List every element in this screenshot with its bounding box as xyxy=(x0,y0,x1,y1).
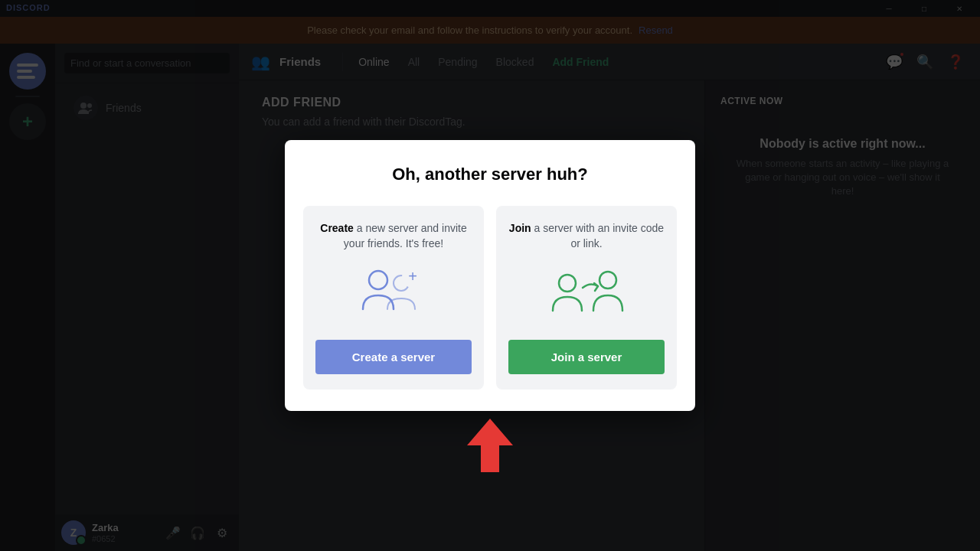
svg-text:+: + xyxy=(408,268,417,285)
modal-overlay[interactable]: Oh, another server huh? Create a new ser… xyxy=(0,0,980,551)
join-server-button[interactable]: Join a server xyxy=(508,340,665,374)
add-server-modal: Oh, another server huh? Create a new ser… xyxy=(285,140,695,411)
create-server-button[interactable]: Create a server xyxy=(315,340,472,374)
join-server-option: Join a server with an invite code or lin… xyxy=(496,206,677,390)
join-bold: Join xyxy=(509,222,531,234)
join-server-description: Join a server with an invite code or lin… xyxy=(508,221,665,251)
create-server-description: Create a new server and invite your frie… xyxy=(315,221,472,251)
create-server-option: Create a new server and invite your frie… xyxy=(303,206,484,390)
modal-title: Oh, another server huh? xyxy=(303,165,677,184)
create-bold: Create xyxy=(320,222,354,234)
join-rest: a server with an invite code or link. xyxy=(534,222,665,249)
create-server-illustration: + xyxy=(355,263,432,324)
svg-point-5 xyxy=(369,271,387,289)
join-server-illustration xyxy=(548,263,625,324)
modal-options: Create a new server and invite your frie… xyxy=(303,206,677,390)
arrow-annotation xyxy=(467,419,513,472)
create-rest: a new server and invite your friends. It… xyxy=(344,222,467,249)
svg-point-9 xyxy=(559,275,576,292)
svg-point-10 xyxy=(599,272,616,289)
svg-marker-11 xyxy=(467,419,513,472)
